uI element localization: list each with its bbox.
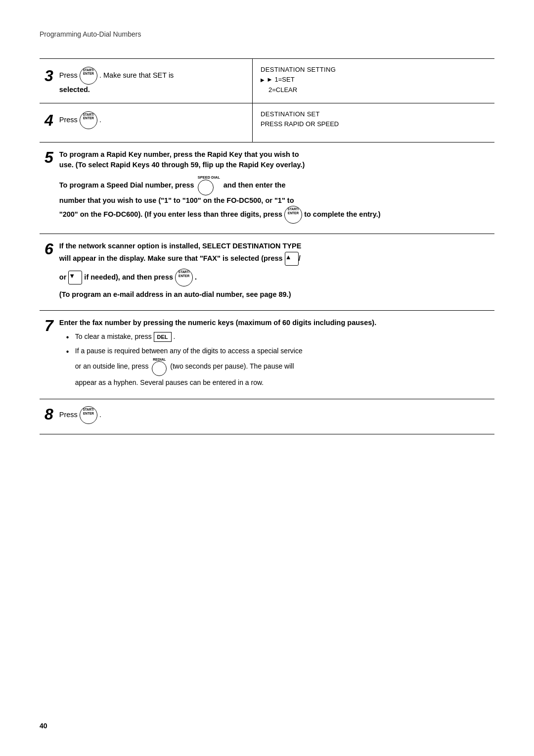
- step-6-slash: /: [299, 254, 301, 262]
- step-7-number: 7: [44, 318, 53, 333]
- speed-dial-icon: [198, 180, 214, 195]
- page-header: Programming Auto-Dial Numbers: [40, 30, 494, 44]
- step-3-right: DESTINATION SETTING ► 1=SET 2=CLEAR: [252, 59, 494, 103]
- step-4-number: 4: [44, 112, 53, 128]
- dest-setting-title: DESTINATION SETTING: [261, 65, 487, 75]
- dest-set-item1: PRESS RAPID OR SPEED: [261, 119, 487, 130]
- step-5-content: To program a Rapid Key number, press the…: [59, 149, 490, 227]
- step-8-number: 8: [44, 406, 53, 422]
- step-3-text: Press START/ ENTER . Make sure that SET …: [59, 67, 174, 95]
- step-5-para2: To program a Speed Dial number, press SP…: [59, 176, 490, 224]
- step-8-press: Press: [59, 411, 78, 419]
- step-7-bullet2: If a pause is required between any of th…: [64, 346, 490, 388]
- step-6-para1: If the network scanner option is install…: [59, 241, 490, 266]
- step-4-period: .: [99, 115, 101, 123]
- step-3-selected: selected.: [59, 86, 90, 94]
- step-7-bullets: To clear a mistake, press DEL . If a pau…: [64, 331, 490, 388]
- step-5-block: 5 To program a Rapid Key number, press t…: [40, 142, 494, 234]
- start-enter-button-icon-3: START/ ENTER: [284, 206, 302, 224]
- page: Programming Auto-Dial Numbers 3 Press ST…: [0, 0, 534, 756]
- page-number: 40: [40, 721, 47, 731]
- step-7-para1: Enter the fax number by pressing the num…: [59, 318, 490, 329]
- step-7-b1-text1: To clear a mistake, press: [75, 332, 152, 340]
- step-8-block: 8 Press START/ ENTER .: [40, 399, 494, 434]
- step-3-row: 3 Press START/ ENTER . Make sure that SE…: [40, 58, 494, 103]
- step-5-number: 5: [44, 149, 53, 165]
- step-7-b2-text1: If a pause is required between any of th…: [75, 347, 303, 355]
- del-button-icon: DEL: [154, 332, 172, 342]
- arrow-down-icon: ▼: [68, 271, 82, 284]
- step-3-left: 3 Press START/ ENTER . Make sure that SE…: [40, 59, 252, 103]
- step-6-email-text: (To program an e-mail address in an auto…: [59, 290, 291, 298]
- step-4-press: Press: [59, 115, 78, 123]
- dest-setting-2clear: 2=CLEAR: [261, 85, 487, 95]
- start-enter-button-icon-4: START/ ENTER: [175, 269, 193, 286]
- step-7-b2-line2: or an outside line, press REDIAL (two se…: [75, 358, 490, 376]
- start-enter-button-icon: START/ ENTER: [80, 67, 97, 85]
- step-6-text3: or ▼ if needed), and then press START/ E…: [59, 273, 197, 281]
- step-7-block: 7 Enter the fax number by pressing the n…: [40, 310, 494, 399]
- step-7-b2-text4: appear as a hyphen. Several pauses can b…: [75, 378, 264, 386]
- step-3-number: 3: [44, 68, 53, 84]
- step-4-left: 4 Press START/ ENTER .: [40, 103, 252, 142]
- step-5-rapid2: use. (To select Rapid Keys 40 through 59…: [59, 161, 305, 169]
- step-6-content: If the network scanner option is install…: [59, 241, 490, 303]
- step-7-b1-end: .: [173, 332, 175, 340]
- arrow-up-icon: ▲: [285, 252, 299, 266]
- step-5-speed3: number that you wish to use ("1" to "100…: [59, 196, 294, 204]
- step-5-rapid1: To program a Rapid Key number, press the…: [59, 150, 299, 158]
- step-6-number: 6: [44, 241, 53, 257]
- step-5-speed2: and then enter the: [223, 181, 286, 189]
- step-7-b2-text2: or an outside line, press: [75, 362, 149, 370]
- step-5-para1: To program a Rapid Key number, press the…: [59, 149, 490, 171]
- step-7-bullet1: To clear a mistake, press DEL .: [64, 331, 490, 342]
- step-8-period: .: [99, 411, 101, 419]
- main-content: 3 Press START/ ENTER . Make sure that SE…: [40, 58, 494, 435]
- step-7-content: Enter the fax number by pressing the num…: [59, 318, 490, 392]
- start-enter-button-icon-5: START/ ENTER: [80, 406, 97, 424]
- step-6-email: (To program an e-mail address in an auto…: [59, 289, 490, 300]
- dest-setting-1set: ► 1=SET: [261, 75, 487, 85]
- speed-dial-label: SPEED DIAL: [198, 176, 220, 180]
- redial-label: REDIAL: [152, 358, 167, 361]
- step-7-b2-line3: appear as a hyphen. Several pauses can b…: [75, 378, 490, 388]
- step-4-text: Press START/ ENTER .: [59, 111, 101, 129]
- step-5-speed5: to complete the entry.): [304, 210, 380, 218]
- step-6-para2: or ▼ if needed), and then press START/ E…: [59, 269, 490, 286]
- step-6-block: 6 If the network scanner option is insta…: [40, 234, 494, 310]
- redial-icon: [152, 361, 167, 376]
- step-5-speed1: To program a Speed Dial number, press: [59, 181, 194, 189]
- step-7-text1: Enter the fax number by pressing the num…: [59, 319, 376, 327]
- step-3-press: Press: [59, 71, 78, 79]
- dest-set-title: DESTINATION SET: [261, 109, 487, 120]
- step-8-content: Press START/ ENTER .: [59, 406, 490, 427]
- step-5-speed4: "200" on the FO-DC600). (If you enter le…: [59, 210, 282, 218]
- step-6-text1: If the network scanner option is install…: [59, 242, 302, 250]
- start-enter-button-icon-2: START/ ENTER: [80, 111, 97, 129]
- step-7-b2-text3: (two seconds per pause). The pause will: [170, 362, 294, 370]
- step-3-make-sure: . Make sure that SET is: [99, 71, 174, 79]
- step-8-text: Press START/ ENTER .: [59, 406, 490, 424]
- header-text: Programming Auto-Dial Numbers: [40, 30, 141, 38]
- step-4-row: 4 Press START/ ENTER . DESTINATION SET P…: [40, 103, 494, 142]
- step-6-text2: will appear in the display. Make sure th…: [59, 254, 301, 262]
- step-4-right: DESTINATION SET PRESS RAPID OR SPEED: [252, 103, 494, 142]
